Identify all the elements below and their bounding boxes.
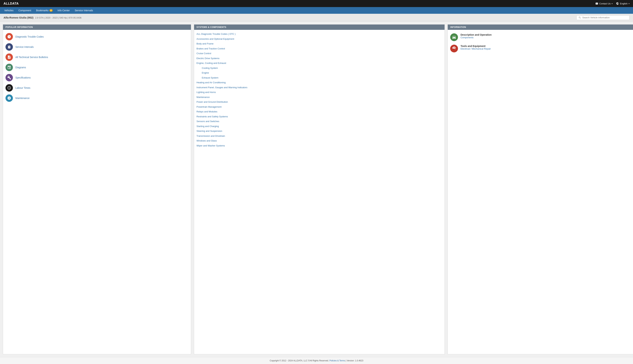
maintenance-icon	[6, 94, 13, 102]
mail-icon	[595, 2, 598, 5]
popular-panel-header: POPULAR INFORMATION	[3, 24, 191, 30]
sys-link-16[interactable]: Relays and Modules	[197, 109, 442, 114]
popular-panel-body: Diagnostic Trouble Codes Service Interva…	[3, 30, 191, 354]
labour-label[interactable]: Labour Times	[15, 86, 30, 89]
tools-icon	[450, 45, 458, 52]
sys-link-7[interactable]: Cooling System	[197, 66, 442, 70]
alldata-logo: ALLDATA	[4, 2, 19, 6]
policies-link[interactable]: Policies & Terms	[330, 360, 345, 362]
dtc-label[interactable]: Diagnostic Trouble Codes	[15, 35, 44, 38]
info-item-description: Description and Operation Components	[450, 32, 633, 43]
top-bar: ALLDATA Contact Us ▾ English ▾	[0, 0, 633, 7]
bookmarks-badge: 4	[50, 9, 53, 12]
dtc-icon	[6, 33, 13, 40]
systems-panel-header: SYSTEMS & COMPONENTS	[194, 24, 445, 30]
nav-component[interactable]: Component	[16, 7, 34, 14]
information-panel: INFORMATION Description and Operation Co…	[448, 24, 633, 354]
pop-item-tsb[interactable]: All Technical Service Bulletins	[6, 52, 188, 62]
sys-link-10[interactable]: Heating and Air Conditioning	[197, 80, 442, 85]
copyright-text: Copyright © 2012 - 2024 ALLDATA, LLC ©Al…	[270, 360, 329, 362]
sys-link-2[interactable]: Body and Frame	[197, 41, 442, 46]
nav-bookmarks[interactable]: Bookmarks 4	[34, 7, 55, 14]
globe-icon	[616, 2, 619, 5]
pop-item-diagrams[interactable]: Diagrams	[6, 62, 188, 72]
search-box[interactable]	[576, 15, 629, 20]
sys-link-21[interactable]: Transmission and Drivetrain	[197, 134, 442, 138]
info-item-tools: Tools and Equipment Electrical / Mechani…	[450, 43, 633, 54]
tools-title: Tools and Equipment	[460, 45, 491, 48]
vehicle-bar: Alfa-Romeo Giulia (952) 2.9 GTA | 2020 -…	[0, 14, 633, 22]
main-content: POPULAR INFORMATION Diagnostic Trouble C…	[0, 22, 633, 357]
contact-us-button[interactable]: Contact Us ▾	[595, 2, 612, 5]
version-text: | Version: 1.0.4623	[346, 360, 363, 362]
sys-link-11[interactable]: Instrument Panel, Gauges and Warning Ind…	[197, 85, 442, 90]
popular-panel: POPULAR INFORMATION Diagnostic Trouble C…	[3, 24, 191, 354]
service-icon	[6, 43, 13, 51]
sys-link-4[interactable]: Cruise Control	[197, 51, 442, 56]
service-label[interactable]: Service Intervals	[15, 46, 34, 48]
contact-chevron-icon: ▾	[612, 3, 612, 4]
information-panel-body: Description and Operation Components Too…	[448, 30, 633, 354]
sys-link-5[interactable]: Electric Drive Systems	[197, 56, 442, 61]
sys-link-14[interactable]: Power and Ground Distribution	[197, 100, 442, 104]
tsb-label[interactable]: All Technical Service Bulletins	[15, 56, 48, 58]
sys-link-1[interactable]: Accessories and Optional Equipment	[197, 36, 442, 42]
language-button[interactable]: English ▾	[616, 2, 629, 5]
information-panel-header: INFORMATION	[448, 24, 633, 30]
footer: Copyright © 2012 - 2024 ALLDATA, LLC ©Al…	[0, 357, 633, 364]
description-title: Description and Operation	[460, 33, 492, 36]
sys-link-22[interactable]: Windows and Glass	[197, 138, 442, 143]
vehicle-name: Alfa-Romeo Giulia (952)	[4, 16, 33, 19]
vehicle-details: 2.9 GTA | 2020 - 2023 | 540 Hp | 670 05.…	[35, 16, 81, 19]
sys-link-9[interactable]: Exhaust System	[197, 75, 442, 80]
description-link[interactable]: Components	[460, 36, 492, 39]
tools-text: Tools and Equipment Electrical / Mechani…	[460, 45, 491, 50]
maintenance-label[interactable]: Maintenance	[15, 97, 30, 100]
labour-icon	[6, 84, 13, 92]
search-input[interactable]	[582, 16, 627, 19]
pop-item-service[interactable]: Service Intervals	[6, 42, 188, 52]
vehicle-info: Alfa-Romeo Giulia (952) 2.9 GTA | 2020 -…	[4, 16, 81, 19]
nav-vehicles[interactable]: Vehicles	[2, 7, 16, 14]
description-icon	[450, 33, 458, 41]
pop-item-maintenance[interactable]: Maintenance	[6, 93, 188, 103]
pop-item-labour[interactable]: Labour Times	[6, 83, 188, 93]
nav-bar: Vehicles Component Bookmarks 4 Info Cent…	[0, 7, 633, 14]
sys-link-8[interactable]: Engine	[197, 70, 442, 75]
sys-link-13[interactable]: Maintenance	[197, 95, 442, 100]
diagrams-icon	[6, 64, 13, 71]
nav-info-center[interactable]: Info Center	[55, 7, 72, 14]
sys-link-12[interactable]: Lighting and Horns	[197, 90, 442, 95]
systems-panel-body: ALL Diagnostic Trouble Codes ( DTC )Acce…	[194, 30, 445, 354]
contact-label: Contact Us	[599, 2, 610, 5]
language-chevron-icon: ▾	[628, 3, 629, 4]
sys-link-19[interactable]: Starting and Charging	[197, 124, 442, 129]
tools-link[interactable]: Electrical / Mechanical Repair	[460, 48, 491, 50]
sys-link-0[interactable]: ALL Diagnostic Trouble Codes ( DTC )	[197, 32, 442, 36]
pop-item-dtc[interactable]: Diagnostic Trouble Codes	[6, 32, 188, 42]
spec-label[interactable]: Specifications	[15, 76, 31, 79]
diagrams-label[interactable]: Diagrams	[15, 66, 26, 69]
sys-link-3[interactable]: Brakes and Traction Control	[197, 46, 442, 51]
language-label: English	[620, 2, 627, 5]
sys-link-20[interactable]: Steering and Suspension	[197, 129, 442, 134]
search-icon	[578, 16, 581, 19]
pop-item-spec[interactable]: Specifications	[6, 72, 188, 83]
top-bar-right: Contact Us ▾ English ▾	[595, 2, 629, 5]
tsb-icon	[6, 54, 13, 61]
sys-link-6[interactable]: Engine, Cooling and Exhaust	[197, 61, 442, 66]
description-text: Description and Operation Components	[460, 33, 492, 39]
sys-link-15[interactable]: Powertrain Management	[197, 104, 442, 110]
spec-icon	[6, 74, 13, 81]
systems-panel: SYSTEMS & COMPONENTS ALL Diagnostic Trou…	[194, 24, 445, 354]
sys-link-23[interactable]: Wiper and Washer Systems	[197, 143, 442, 148]
nav-service-intervals[interactable]: Service Intervals	[72, 7, 95, 14]
sys-link-18[interactable]: Sensors and Switches	[197, 119, 442, 124]
sys-link-17[interactable]: Restraints and Safety Systems	[197, 114, 442, 119]
